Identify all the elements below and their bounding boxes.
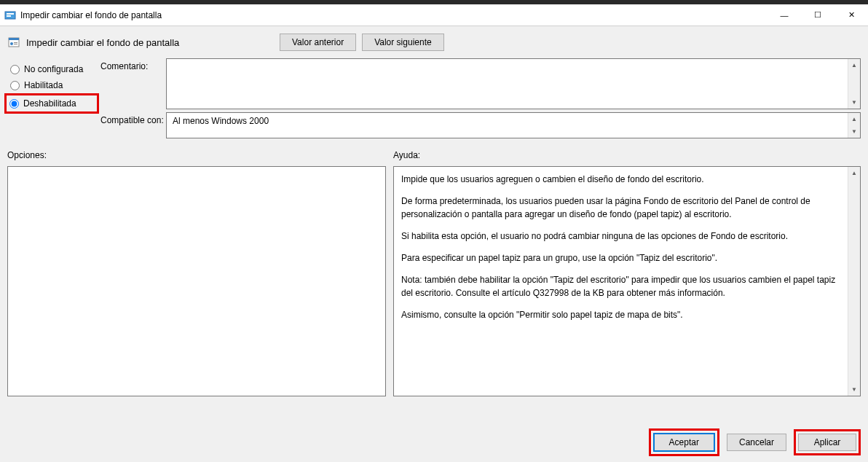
scroll-down-icon[interactable]: ▼: [848, 383, 861, 396]
help-p4: Para especificar un papel tapiz para un …: [401, 251, 843, 265]
maximize-button[interactable]: ☐: [801, 4, 835, 26]
compatible-label: Compatible con:: [100, 112, 166, 125]
highlight-ok: Aceptar: [649, 428, 719, 456]
radio-disabled[interactable]: Deshabilitada: [7, 95, 97, 111]
policy-icon: [7, 36, 20, 49]
cancel-button[interactable]: Cancelar: [727, 434, 786, 451]
radio-disabled-label: Deshabilitada: [23, 98, 76, 109]
highlight-apply: Aplicar: [794, 429, 861, 455]
svg-rect-1: [7, 13, 14, 15]
svg-rect-4: [9, 38, 19, 40]
help-p2: De forma predeterminada, los usuarios pu…: [401, 195, 843, 221]
radio-disabled-input[interactable]: [9, 99, 19, 109]
svg-rect-7: [14, 44, 17, 44]
help-p1: Impide que los usuarios agreguen o cambi…: [401, 173, 843, 186]
scroll-up-icon[interactable]: ▲: [848, 59, 861, 71]
comment-field[interactable]: ▲ ▼: [166, 58, 861, 109]
svg-rect-6: [14, 42, 17, 43]
next-value-button[interactable]: Valor siguiente: [362, 34, 444, 51]
radio-not-configured-input[interactable]: [10, 65, 20, 74]
radio-enabled-label: Habilitada: [24, 80, 63, 90]
highlight-disabled: Deshabilitada: [4, 93, 99, 114]
compat-scrollbar[interactable]: ▲ ▼: [848, 113, 860, 138]
help-label: Ayuda:: [393, 150, 861, 160]
apply-button[interactable]: Aplicar: [798, 434, 856, 451]
policy-title: Impedir cambiar el fondo de pantalla: [26, 37, 274, 48]
scroll-down-icon[interactable]: ▼: [848, 96, 861, 109]
svg-rect-2: [7, 15, 11, 17]
help-p3: Si habilita esta opción, el usuario no p…: [401, 230, 843, 243]
previous-value-button[interactable]: Valor anterior: [280, 34, 356, 51]
compatible-field: Al menos Windows 2000 ▲ ▼: [166, 112, 861, 138]
radio-enabled-input[interactable]: [10, 81, 20, 90]
comment-scrollbar[interactable]: ▲ ▼: [848, 59, 860, 109]
comment-label: Comentario:: [100, 58, 166, 71]
close-button[interactable]: ✕: [835, 4, 868, 26]
dialog-footer: Aceptar Cancelar Aplicar: [649, 428, 861, 456]
minimize-button[interactable]: —: [768, 4, 801, 26]
titlebar: Impedir cambiar el fondo de pantalla — ☐…: [0, 4, 868, 26]
options-box: [7, 166, 386, 396]
help-scrollbar[interactable]: ▲ ▼: [848, 167, 860, 396]
svg-point-5: [10, 42, 13, 45]
radio-not-configured-label: No configurada: [24, 64, 83, 74]
scroll-up-icon[interactable]: ▲: [848, 113, 861, 125]
help-box: Impide que los usuarios agreguen o cambi…: [393, 166, 861, 396]
app-icon: [4, 9, 16, 21]
window-title: Impedir cambiar el fondo de pantalla: [20, 10, 768, 20]
scroll-down-icon[interactable]: ▼: [848, 125, 861, 138]
compatible-text: Al menos Windows 2000: [173, 116, 269, 126]
help-p6: Asimismo, consulte la opción "Permitir s…: [401, 308, 843, 321]
ok-button[interactable]: Aceptar: [653, 433, 715, 452]
options-label: Opciones:: [7, 150, 386, 160]
radio-not-configured[interactable]: No configurada: [7, 61, 100, 77]
radio-enabled[interactable]: Habilitada: [7, 77, 100, 93]
scroll-up-icon[interactable]: ▲: [848, 167, 861, 179]
help-p5: Nota: también debe habilitar la opción "…: [401, 273, 843, 299]
